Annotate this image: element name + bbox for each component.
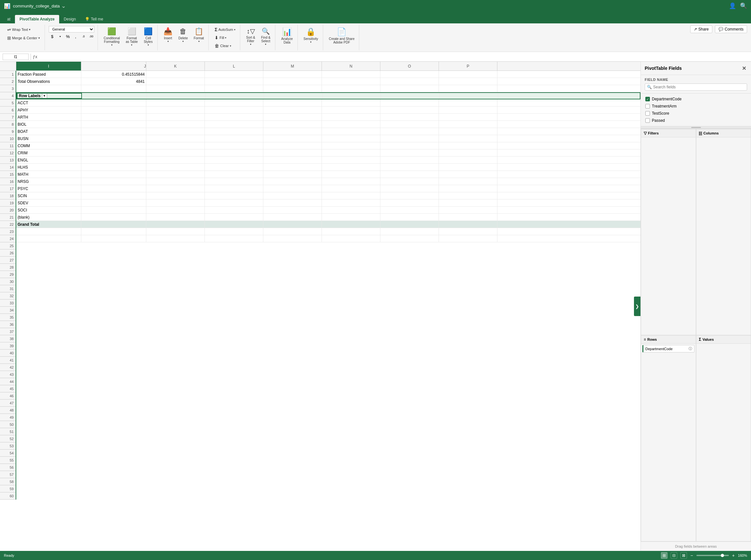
cf-dropdown[interactable]: ▾ [111, 43, 113, 46]
row-num-9[interactable]: 9 [0, 128, 16, 135]
col-header-P[interactable]: P [439, 62, 497, 71]
cell-n3[interactable] [322, 85, 380, 92]
cell-m-SOCI[interactable] [263, 206, 322, 214]
row-num-18[interactable]: 18 [0, 192, 16, 199]
cell-m-total[interactable] [263, 221, 322, 228]
cell-p2[interactable] [439, 78, 497, 85]
cell-k4[interactable] [147, 93, 206, 99]
cell-o-ENGL[interactable] [380, 157, 439, 163]
share-button[interactable]: ↗ Share [690, 25, 712, 33]
cell-k-e2[interactable] [146, 235, 205, 242]
cell-m-ARTH[interactable] [263, 114, 322, 121]
cell-j-MATH[interactable] [81, 171, 146, 178]
page-break-button[interactable]: ⊠ [680, 552, 687, 559]
cell-j-HLHS[interactable] [81, 164, 146, 171]
row-num-4[interactable]: 4 [0, 92, 16, 99]
cell-o-SCIN[interactable] [380, 192, 439, 199]
cell-n-SDEV[interactable] [322, 199, 380, 206]
zoom-plus[interactable]: + [732, 553, 735, 558]
cell-n-APHY[interactable] [322, 106, 380, 113]
cell-k-SDEV[interactable] [146, 199, 205, 206]
increase-decimal[interactable]: .0 [80, 33, 87, 40]
cell-l-APHY[interactable] [205, 106, 263, 113]
cell-o-total[interactable] [380, 221, 439, 228]
cell-p-BUSN[interactable] [439, 135, 497, 142]
cell-j-SDEV[interactable] [81, 199, 146, 206]
row-num-32[interactable]: 32 [0, 292, 16, 299]
cell-m-BOAT[interactable] [263, 128, 322, 135]
cell-l-BUSN[interactable] [205, 135, 263, 142]
field-checkbox-testscore[interactable] [646, 111, 650, 116]
search-fields-input[interactable] [653, 85, 745, 89]
row-num-34[interactable]: 34 [0, 307, 16, 314]
row-num-54[interactable]: 54 [0, 449, 16, 457]
fill-dropdown[interactable]: ▾ [225, 36, 226, 39]
percent-button[interactable]: % [64, 33, 72, 40]
cell-l1[interactable] [205, 71, 263, 78]
cell-n-total[interactable] [322, 221, 380, 228]
cell-i3[interactable] [16, 85, 81, 92]
pivot-row-BOAT[interactable]: BOAT [16, 128, 81, 135]
cell-n-PSYC[interactable] [322, 185, 380, 192]
cell-n-e2[interactable] [322, 235, 380, 242]
cell-m-e1[interactable] [263, 228, 322, 235]
cell-p-PSYC[interactable] [439, 185, 497, 192]
cell-k-e1[interactable] [146, 228, 205, 235]
cell-l2[interactable] [205, 78, 263, 85]
cell-o-blank[interactable] [380, 214, 439, 221]
pivot-row-NRSG[interactable]: NRSG [16, 178, 81, 185]
cell-j-SOCI[interactable] [81, 206, 146, 214]
cell-n-MATH[interactable] [322, 171, 380, 178]
row-num-30[interactable]: 30 [0, 278, 16, 285]
row-num-25[interactable]: 25 [0, 242, 16, 249]
cell-k-MATH[interactable] [146, 171, 205, 178]
field-item-treatment[interactable]: TreatmentArm [645, 103, 747, 110]
row-num-35[interactable]: 35 [0, 314, 16, 321]
cell-l-ACCT[interactable] [205, 99, 263, 106]
row-num-49[interactable]: 49 [0, 414, 16, 421]
cell-m4[interactable] [264, 93, 323, 99]
merge-dropdown[interactable]: ▾ [38, 36, 40, 40]
cell-k-blank[interactable] [146, 214, 205, 221]
cell-p3[interactable] [439, 85, 497, 92]
row-num-59[interactable]: 59 [0, 485, 16, 493]
cell-l-ARTH[interactable] [205, 114, 263, 121]
field-item-department[interactable]: ✓ DepartmentCode [645, 96, 747, 103]
cell-o-CRIM[interactable] [380, 149, 439, 156]
row-num-13[interactable]: 13 [0, 157, 16, 164]
merge-center-button[interactable]: ⊞ Merge & Center ▾ [5, 35, 42, 42]
insert-dropdown[interactable]: ▾ [168, 40, 169, 43]
pivot-row-BIOL[interactable]: BIOL [16, 121, 81, 128]
cell-m-e2[interactable] [263, 235, 322, 242]
cell-total-value[interactable]: 4841 [81, 78, 146, 85]
row-num-24[interactable]: 24 [0, 235, 16, 242]
wrap-text-button[interactable]: ⇌ Wrap Text ▾ [5, 26, 42, 33]
row-num-17[interactable]: 17 [0, 185, 16, 192]
cell-n-e1[interactable] [322, 228, 380, 235]
row-num-26[interactable]: 26 [0, 249, 16, 257]
search-icon[interactable]: 🔍 [740, 2, 747, 9]
cell-n-ARTH[interactable] [322, 114, 380, 121]
pivot-row-MATH[interactable]: MATH [16, 171, 81, 178]
row-num-57[interactable]: 57 [0, 471, 16, 478]
chip-info-department[interactable]: ⓘ [689, 346, 692, 351]
cell-m-ENGL[interactable] [263, 157, 322, 163]
row-num-45[interactable]: 45 [0, 385, 16, 393]
cell-o-BIOL[interactable] [380, 121, 439, 128]
tab-design[interactable]: Design [59, 15, 80, 23]
cell-p-e1[interactable] [439, 228, 497, 235]
cell-p-APHY[interactable] [439, 106, 497, 113]
row-num-31[interactable]: 31 [0, 285, 16, 292]
pivot-row-ENGL[interactable]: ENGL [16, 157, 81, 163]
cell-l-SOCI[interactable] [205, 206, 263, 214]
cell-p-ENGL[interactable] [439, 157, 497, 163]
format-button[interactable]: 📋 Format ▾ [192, 26, 206, 44]
fill-button[interactable]: ⬇ Fill ▾ [213, 34, 237, 41]
cell-n4[interactable] [323, 93, 381, 99]
cell-k1[interactable] [146, 71, 205, 78]
cell-n-BUSN[interactable] [322, 135, 380, 142]
row-num-20[interactable]: 20 [0, 206, 16, 214]
cell-p-BOAT[interactable] [439, 128, 497, 135]
row-num-42[interactable]: 42 [0, 364, 16, 371]
pivot-row-PSYC[interactable]: PSYC [16, 185, 81, 192]
